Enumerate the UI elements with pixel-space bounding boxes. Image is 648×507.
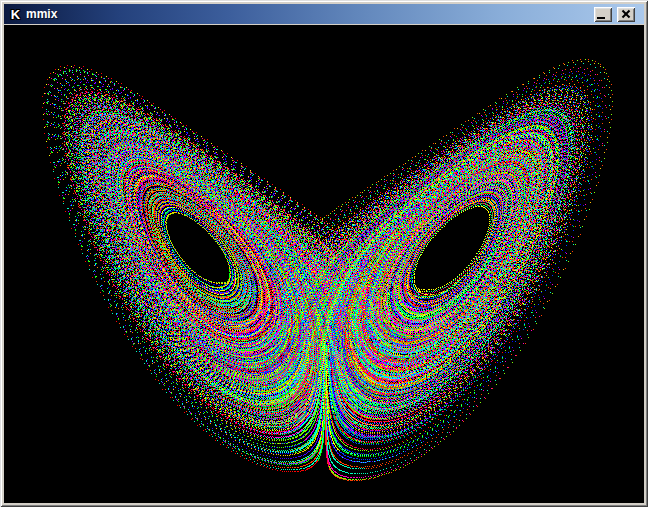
minimize-icon — [597, 17, 605, 19]
title-bar[interactable]: K mmix — [4, 4, 644, 25]
window-title: mmix — [26, 4, 57, 24]
window: K mmix — [0, 0, 648, 507]
minimize-button[interactable] — [594, 7, 612, 22]
close-button[interactable] — [617, 7, 635, 22]
client-area — [4, 25, 644, 503]
attractor-canvas — [4, 25, 644, 503]
app-icon[interactable]: K — [8, 7, 23, 22]
